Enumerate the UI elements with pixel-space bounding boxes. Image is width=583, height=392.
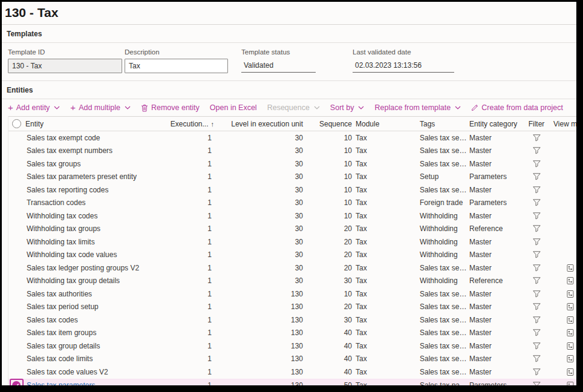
table-row[interactable]: Sales tax parameters113050TaxSales tax p… bbox=[8, 379, 576, 386]
view-map-icon[interactable] bbox=[552, 264, 576, 272]
filter-icon[interactable] bbox=[521, 277, 552, 284]
filter-icon[interactable] bbox=[521, 251, 552, 258]
template-status-field[interactable]: Validated bbox=[241, 59, 316, 73]
field-label: Description bbox=[125, 48, 241, 56]
table-row[interactable]: Transaction codes13010TaxForeign tradePa… bbox=[8, 197, 576, 210]
entity-link[interactable]: Sales tax exempt code bbox=[24, 134, 172, 142]
sequence-cell: 20 bbox=[305, 250, 354, 259]
entity-link[interactable]: Withholding tax code values bbox=[24, 250, 172, 259]
table-row[interactable]: Sales tax item groups113040TaxSales tax … bbox=[8, 327, 576, 340]
filter-icon[interactable] bbox=[521, 186, 552, 194]
table-row[interactable]: Sales tax code limits113040TaxSales tax … bbox=[8, 353, 576, 366]
table-row[interactable]: Sales tax ledger posting groups V213020T… bbox=[8, 261, 576, 275]
filter-icon[interactable] bbox=[521, 316, 552, 324]
filter-icon[interactable] bbox=[521, 382, 552, 385]
table-row[interactable]: Withholding tax limits13020TaxWithholdin… bbox=[8, 235, 576, 249]
entity-link[interactable]: Withholding tax limits bbox=[24, 238, 172, 246]
template-id-field[interactable]: 130 - Tax bbox=[8, 59, 122, 73]
filter-icon[interactable] bbox=[521, 238, 552, 246]
entity-link[interactable]: Sales tax codes bbox=[24, 316, 172, 324]
table-row[interactable]: Sales tax exempt code13010TaxSales tax s… bbox=[8, 131, 576, 145]
filter-icon[interactable] bbox=[521, 342, 552, 350]
entity-link[interactable]: Sales tax ledger posting groups V2 bbox=[24, 264, 172, 272]
table-row[interactable]: Sales tax code values V2113040TaxSales t… bbox=[8, 365, 576, 379]
toolbar-sort-by[interactable]: Sort by bbox=[330, 103, 365, 112]
toolbar-remove-entity[interactable]: Remove entity bbox=[141, 103, 200, 112]
view-map-icon[interactable] bbox=[552, 276, 576, 285]
filter-icon[interactable] bbox=[521, 173, 552, 180]
level-cell: 130 bbox=[217, 302, 305, 311]
table-row[interactable]: Sales tax reporting codes13010TaxSales t… bbox=[8, 183, 576, 197]
view-map-icon[interactable] bbox=[552, 302, 576, 311]
view-map-icon[interactable] bbox=[552, 354, 576, 363]
entity-link[interactable]: Sales tax item groups bbox=[24, 328, 172, 337]
filter-icon[interactable] bbox=[521, 264, 552, 272]
filter-icon[interactable] bbox=[521, 290, 552, 298]
module-cell: Tax bbox=[354, 186, 419, 194]
table-row[interactable]: Withholding tax codes13010TaxWithholding… bbox=[8, 209, 576, 223]
entity-link[interactable]: Withholding tax group details bbox=[24, 276, 172, 285]
entity-link[interactable]: Withholding tax groups bbox=[24, 224, 172, 233]
row-checkbox-selected[interactable] bbox=[8, 379, 24, 386]
view-map-icon[interactable] bbox=[552, 342, 576, 350]
filter-icon[interactable] bbox=[521, 368, 552, 376]
description-field[interactable]: Tax bbox=[125, 59, 228, 73]
entity-link[interactable]: Sales tax parameters preset entity bbox=[24, 172, 172, 181]
entities-toolbar: +Add entity+Add multipleRemove entityOpe… bbox=[2, 99, 576, 116]
view-map-icon[interactable] bbox=[552, 368, 576, 376]
module-cell: Tax bbox=[354, 250, 419, 259]
entity-link[interactable]: Sales tax reporting codes bbox=[24, 186, 172, 194]
toolbar-add-entity[interactable]: +Add entity bbox=[8, 103, 60, 112]
view-map-icon[interactable] bbox=[552, 328, 576, 337]
column-header-entity[interactable]: Entity bbox=[24, 120, 172, 128]
filter-icon[interactable] bbox=[521, 355, 552, 362]
table-row[interactable]: Withholding tax group details13030TaxWit… bbox=[8, 275, 576, 288]
toolbar-replace-from-template[interactable]: Replace from template bbox=[374, 103, 461, 112]
toolbar-add-multiple[interactable]: +Add multiple bbox=[70, 103, 131, 112]
select-all-checkbox[interactable] bbox=[8, 119, 24, 128]
toolbar-create-from-data-project[interactable]: Create from data project bbox=[471, 103, 563, 112]
toolbar-resequence[interactable]: Resequence bbox=[267, 103, 320, 112]
last-validated-date-field[interactable]: 02.03.2023 13:13:56 bbox=[353, 59, 454, 73]
table-row[interactable]: Sales tax period setup113020TaxSales tax… bbox=[8, 301, 576, 314]
filter-icon[interactable] bbox=[521, 225, 552, 232]
entity-link[interactable]: Transaction codes bbox=[24, 198, 172, 207]
view-map-icon[interactable] bbox=[552, 316, 576, 324]
field-label: Last validated date bbox=[353, 48, 474, 56]
entity-link[interactable]: Sales tax groups bbox=[24, 160, 172, 168]
filter-icon[interactable] bbox=[521, 160, 552, 168]
view-map-icon[interactable] bbox=[552, 381, 576, 385]
table-row[interactable]: Withholding tax code values13020TaxWithh… bbox=[8, 249, 576, 262]
column-header-tags[interactable]: Tags bbox=[419, 120, 468, 128]
entity-link[interactable]: Withholding tax codes bbox=[24, 212, 172, 220]
entity-link[interactable]: Sales tax group details bbox=[24, 342, 172, 350]
table-row[interactable]: Sales tax groups13010TaxSales tax setupM… bbox=[8, 157, 576, 171]
table-row[interactable]: Withholding tax groups13020TaxWithholdin… bbox=[8, 223, 576, 236]
column-header-entity-category[interactable]: Entity category bbox=[468, 120, 521, 128]
toolbar-open-in-excel[interactable]: Open in Excel bbox=[210, 103, 257, 112]
entity-link[interactable]: Sales tax exempt numbers bbox=[24, 146, 172, 155]
filter-icon[interactable] bbox=[521, 199, 552, 206]
entity-link[interactable]: Sales tax authorities bbox=[24, 290, 172, 298]
column-header-filter[interactable]: Filter bbox=[521, 120, 552, 128]
table-row[interactable]: Sales tax exempt numbers13010TaxSales ta… bbox=[8, 145, 576, 158]
entity-link[interactable]: Sales tax code limits bbox=[24, 354, 172, 363]
table-row[interactable]: Sales tax codes113030TaxSales tax setupM… bbox=[8, 313, 576, 327]
filter-icon[interactable] bbox=[521, 329, 552, 336]
column-header-execution[interactable]: Execution...↑ bbox=[172, 120, 217, 128]
column-header-module[interactable]: Module bbox=[354, 120, 419, 128]
view-map-icon[interactable] bbox=[552, 290, 576, 298]
table-row[interactable]: Sales tax authorities113010TaxSales tax … bbox=[8, 287, 576, 301]
column-header-sequence[interactable]: Sequence bbox=[305, 120, 354, 128]
table-row[interactable]: Sales tax parameters preset entity13010T… bbox=[8, 171, 576, 184]
entity-link[interactable]: Sales tax parameters bbox=[24, 381, 172, 385]
column-header-level-in-execution-unit[interactable]: Level in execution unit bbox=[217, 120, 305, 128]
filter-icon[interactable] bbox=[521, 212, 552, 220]
filter-icon[interactable] bbox=[521, 147, 552, 154]
table-row[interactable]: Sales tax group details113040TaxSales ta… bbox=[8, 339, 576, 353]
column-header-view-map[interactable]: View map bbox=[552, 120, 576, 128]
filter-icon[interactable] bbox=[521, 134, 552, 142]
filter-icon[interactable] bbox=[521, 303, 552, 310]
entity-link[interactable]: Sales tax code values V2 bbox=[24, 368, 172, 376]
entity-link[interactable]: Sales tax period setup bbox=[24, 302, 172, 311]
